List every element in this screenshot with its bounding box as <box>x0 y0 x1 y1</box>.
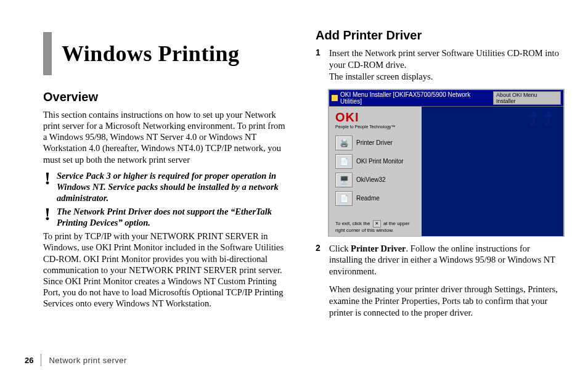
right-column: Add Printer Driver 1 Insert the Network … <box>316 25 563 345</box>
step-number: 1 <box>316 47 323 83</box>
step-1-line-a: Insert the Network print server Software… <box>329 48 559 70</box>
installer-item-label: OKI Print Monitor <box>356 158 404 165</box>
footer-separator <box>41 354 41 366</box>
installer-screenshot: OKI Menu Installer [OKIFAX5700/5900 Netw… <box>328 89 565 237</box>
installer-exit-hint: To exit, click the ✕ at the upper right … <box>335 220 415 233</box>
printer-icon: 🖨️ <box>335 136 353 150</box>
installer-titlebar: OKI Menu Installer [OKIFAX5700/5900 Netw… <box>329 90 563 107</box>
important-note-1: ! Service Pack 3 or higher is required f… <box>43 170 291 203</box>
left-column: Windows Printing Overview This section c… <box>43 25 291 345</box>
installer-item-label: Readme <box>356 195 380 202</box>
page: Windows Printing Overview This section c… <box>0 0 588 381</box>
installer-item-print-monitor[interactable]: 📄 OKI Print Monitor <box>335 154 415 169</box>
step-1: 1 Insert the Network print server Softwa… <box>316 47 563 83</box>
step-2-body: Click Printer Driver. Follow the online … <box>329 243 563 319</box>
step-2a-pre: Click <box>329 244 351 253</box>
installer-main-panel <box>422 107 563 236</box>
two-column-layout: Windows Printing Overview This section c… <box>43 25 563 345</box>
step-number: 2 <box>316 243 323 319</box>
installer-title-text: OKI Menu Installer [OKIFAX5700/5900 Netw… <box>340 91 493 105</box>
overview-paragraph-1: This section contains instructions on ho… <box>43 109 291 165</box>
page-number: 26 <box>25 356 33 365</box>
add-printer-heading: Add Printer Driver <box>316 28 563 43</box>
overview-heading: Overview <box>43 90 291 104</box>
step-2a-bold: Printer Driver <box>351 244 406 253</box>
document-icon: 📄 <box>335 191 353 206</box>
exit-hint-pre: To exit, click the <box>335 221 372 226</box>
installer-sidebar: OKI People to People Technology™ 🖨️ Prin… <box>329 107 422 236</box>
oki-logo: OKI <box>335 110 415 125</box>
page-footer: 26 Network print server <box>25 354 127 366</box>
exclamation-icon: ! <box>43 206 52 228</box>
installer-item-label: OkiView32 <box>356 176 386 183</box>
installer-item-label: Printer Driver <box>356 139 393 146</box>
installer-item-readme[interactable]: 📄 Readme <box>335 191 415 206</box>
chapter-accent-bar <box>43 32 52 75</box>
about-button[interactable]: About OKI Menu Installer <box>493 91 561 105</box>
book-title: Network print server <box>49 356 126 365</box>
note-2-text: The Network Print Driver does not suppor… <box>57 206 291 228</box>
exclamation-icon: ! <box>43 170 52 203</box>
installer-item-printer-driver[interactable]: 🖨️ Printer Driver <box>335 136 415 150</box>
close-icon: ✕ <box>373 220 381 227</box>
step-2b: When designating your printer driver thr… <box>329 284 558 318</box>
document-icon: 📄 <box>335 154 353 169</box>
important-note-2: ! The Network Print Driver does not supp… <box>43 206 291 228</box>
overview-paragraph-2: To print by TCP/IP with your NETWORK PRI… <box>43 231 291 309</box>
step-2: 2 Click Printer Driver. Follow the onlin… <box>316 243 563 319</box>
step-1-line-b: The installer screen displays. <box>329 72 433 81</box>
chapter-title-text: Windows Printing <box>62 41 239 67</box>
step-1-body: Insert the Network print server Software… <box>329 47 563 83</box>
app-icon <box>332 95 338 101</box>
chapter-heading: Windows Printing <box>43 32 291 75</box>
installer-item-okiview[interactable]: 🖥️ OkiView32 <box>335 173 415 187</box>
monitor-icon: 🖥️ <box>335 173 353 187</box>
people-figures-icon <box>528 110 557 126</box>
oki-tagline: People to People Technology™ <box>335 125 415 129</box>
note-1-text: Service Pack 3 or higher is required for… <box>57 170 291 203</box>
installer-body: OKI People to People Technology™ 🖨️ Prin… <box>329 107 563 236</box>
